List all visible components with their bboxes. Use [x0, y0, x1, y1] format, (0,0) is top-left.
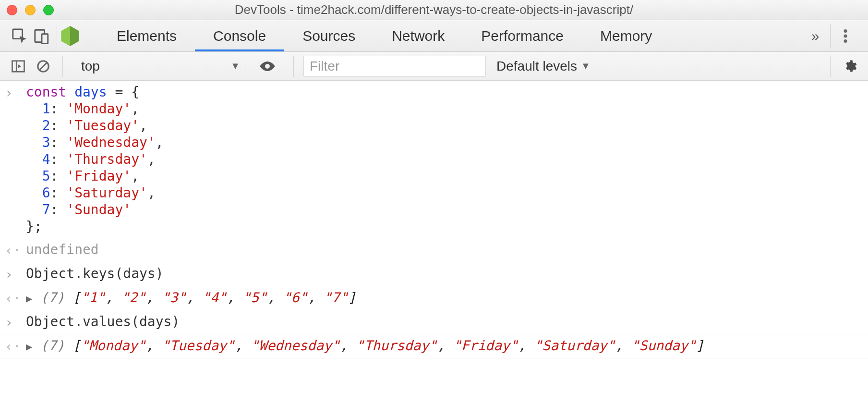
tab-elements[interactable]: Elements: [98, 20, 195, 51]
console-input-code: Object.values(days): [26, 313, 180, 330]
svg-line-9: [40, 62, 47, 70]
tab-label: Sources: [302, 28, 355, 44]
devtools-tabbar: Elements Console Sources Network Perform…: [0, 20, 868, 52]
tab-label: Memory: [600, 28, 652, 44]
disclosure-triangle-icon[interactable]: ▶: [26, 341, 32, 353]
output-prompt-icon: ‹·: [5, 337, 26, 355]
tab-label: Console: [213, 28, 266, 44]
kebab-menu-icon[interactable]: [834, 25, 856, 47]
live-expression-icon[interactable]: [258, 57, 277, 76]
devtools-tabs: Elements Console Sources Network Perform…: [98, 20, 670, 51]
tab-label: Network: [392, 28, 445, 44]
divider: [62, 56, 63, 77]
disclosure-triangle-icon[interactable]: ▶: [26, 293, 32, 305]
tab-label: Elements: [117, 28, 177, 44]
svg-point-4: [844, 34, 847, 37]
svg-point-10: [265, 64, 270, 69]
tab-network[interactable]: Network: [374, 20, 463, 51]
tab-sources[interactable]: Sources: [284, 20, 374, 51]
clear-console-icon[interactable]: [34, 57, 53, 76]
tabs-overflow-button[interactable]: »: [804, 25, 826, 47]
divider: [830, 24, 831, 48]
input-prompt-icon: ›: [5, 84, 26, 101]
overflow-glyph: »: [811, 28, 820, 44]
device-toolbar-icon[interactable]: [31, 25, 53, 47]
divider: [293, 56, 294, 77]
console-filter-input[interactable]: [303, 56, 486, 77]
console-sidebar-toggle-icon[interactable]: [9, 57, 28, 76]
chevron-down-icon: ▼: [230, 61, 240, 72]
svg-point-5: [844, 39, 847, 43]
console-output: ›const days = { 1: 'Monday', 2: 'Tuesday…: [0, 81, 868, 358]
console-settings-icon[interactable]: [840, 57, 859, 76]
console-row: ‹·▶ (7) ["Monday", "Tuesday", "Wednesday…: [0, 334, 868, 358]
svg-rect-2: [42, 34, 48, 43]
tab-performance[interactable]: Performance: [463, 20, 582, 51]
console-row: ›Object.keys(days): [0, 262, 868, 286]
console-row: ›Object.values(days): [0, 310, 868, 334]
chevron-down-icon: ▼: [581, 61, 591, 72]
console-input-code: Object.keys(days): [26, 265, 164, 282]
console-row: ‹·▶ (7) ["1", "2", "3", "4", "5", "6", "…: [0, 286, 868, 310]
console-row: ‹·undefined: [0, 238, 868, 262]
inspect-element-icon[interactable]: [9, 25, 31, 47]
divider: [830, 56, 831, 77]
input-prompt-icon: ›: [5, 265, 26, 283]
console-output-array: ▶ (7) ["Monday", "Tuesday", "Wednesday",…: [26, 337, 704, 354]
log-levels-dropdown[interactable]: Default levels ▼: [492, 56, 595, 77]
console-output-undefined: undefined: [26, 241, 99, 258]
console-input-code: const days = { 1: 'Monday', 2: 'Tuesday'…: [26, 84, 164, 235]
tab-console[interactable]: Console: [195, 20, 284, 51]
nodejs-icon[interactable]: [61, 26, 79, 46]
window-title: DevTools - time2hack.com/different-ways-…: [0, 2, 868, 17]
input-prompt-icon: ›: [5, 313, 26, 331]
context-label: top: [81, 59, 100, 74]
svg-point-3: [844, 29, 847, 33]
tab-label: Performance: [481, 28, 564, 44]
console-toolbar: top ▼ Default levels ▼: [0, 52, 868, 81]
levels-label: Default levels: [496, 59, 577, 74]
console-row: ›const days = { 1: 'Monday', 2: 'Tuesday…: [0, 81, 868, 238]
output-prompt-icon: ‹·: [5, 289, 26, 307]
execution-context-dropdown[interactable]: top ▼: [72, 56, 245, 77]
output-prompt-icon: ‹·: [5, 241, 26, 259]
console-output-array: ▶ (7) ["1", "2", "3", "4", "5", "6", "7"…: [26, 289, 356, 306]
window-titlebar: DevTools - time2hack.com/different-ways-…: [0, 0, 868, 20]
divider: [57, 24, 57, 48]
tab-memory[interactable]: Memory: [582, 20, 670, 51]
